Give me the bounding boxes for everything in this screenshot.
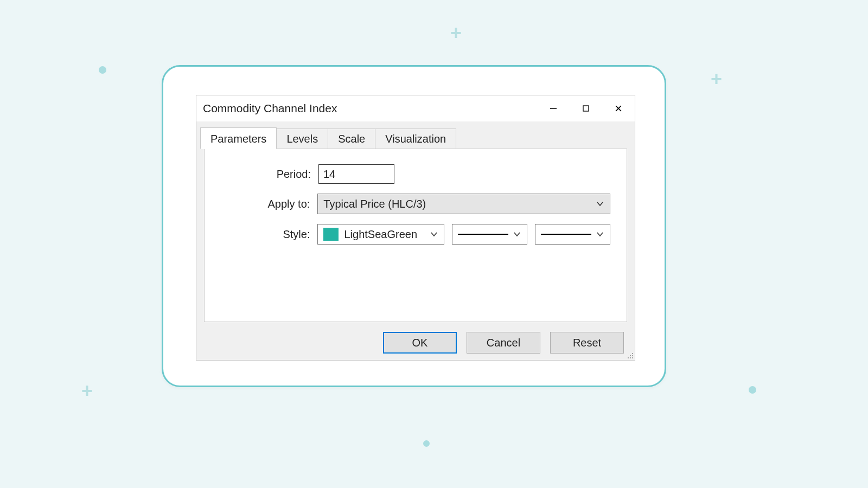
maximize-button[interactable] bbox=[570, 95, 602, 121]
chevron-down-icon bbox=[593, 197, 607, 210]
row-style: Style: LightSeaGreen bbox=[221, 224, 610, 245]
svg-rect-1 bbox=[583, 106, 589, 111]
tabstrip: Parameters Levels Scale Visualization bbox=[200, 127, 631, 149]
line-preview bbox=[541, 234, 591, 235]
reset-button[interactable]: Reset bbox=[550, 332, 624, 354]
decoration-plus: + bbox=[81, 380, 93, 402]
style-linewidth-select[interactable] bbox=[535, 224, 610, 245]
style-color-select[interactable]: LightSeaGreen bbox=[317, 224, 444, 245]
svg-point-6 bbox=[632, 355, 633, 356]
window-title: Commodity Channel Index bbox=[203, 102, 337, 115]
row-apply-to: Apply to: Typical Price (HLC/3) bbox=[221, 194, 610, 214]
chevron-down-icon bbox=[427, 228, 441, 241]
style-label: Style: bbox=[221, 228, 317, 241]
window-controls bbox=[537, 95, 635, 121]
style-linestyle-select[interactable] bbox=[452, 224, 527, 245]
cancel-button[interactable]: Cancel bbox=[467, 332, 540, 354]
close-icon bbox=[614, 104, 623, 113]
svg-point-7 bbox=[628, 357, 629, 358]
decoration-dot bbox=[99, 66, 106, 74]
card-container: Commodity Channel Index Parameters Level… bbox=[162, 65, 666, 387]
line-preview bbox=[458, 234, 508, 235]
chevron-down-icon bbox=[510, 228, 524, 241]
resize-grip[interactable] bbox=[625, 350, 634, 359]
style-color-value: LightSeaGreen bbox=[344, 228, 417, 241]
period-input[interactable] bbox=[318, 164, 394, 184]
minimize-icon bbox=[549, 104, 558, 113]
close-button[interactable] bbox=[602, 95, 635, 121]
tabpanel-parameters: Period: Apply to: Typical Price (HLC/3) … bbox=[204, 149, 627, 322]
svg-point-4 bbox=[632, 353, 633, 354]
row-period: Period: bbox=[221, 164, 610, 184]
svg-point-9 bbox=[632, 357, 633, 358]
dialog-footer: OK Cancel Reset bbox=[196, 325, 635, 360]
apply-to-value: Typical Price (HLC/3) bbox=[323, 198, 426, 210]
maximize-icon bbox=[582, 104, 590, 113]
decoration-dot bbox=[749, 386, 756, 394]
decoration-plus: + bbox=[450, 22, 462, 44]
svg-point-5 bbox=[630, 355, 631, 356]
tabstrip-container: Parameters Levels Scale Visualization Pe… bbox=[196, 121, 635, 322]
minimize-button[interactable] bbox=[537, 95, 570, 121]
color-swatch bbox=[323, 228, 339, 241]
period-label: Period: bbox=[221, 168, 318, 181]
tab-levels[interactable]: Levels bbox=[277, 129, 328, 149]
ok-button[interactable]: OK bbox=[383, 332, 457, 354]
tab-scale[interactable]: Scale bbox=[328, 129, 375, 149]
tab-parameters[interactable]: Parameters bbox=[200, 127, 277, 149]
chevron-down-icon bbox=[593, 228, 607, 241]
titlebar: Commodity Channel Index bbox=[196, 95, 635, 121]
apply-to-label: Apply to: bbox=[221, 198, 317, 210]
tab-visualization[interactable]: Visualization bbox=[375, 129, 456, 149]
apply-to-select[interactable]: Typical Price (HLC/3) bbox=[317, 194, 610, 214]
decoration-plus: + bbox=[711, 68, 722, 91]
dialog-window: Commodity Channel Index Parameters Level… bbox=[196, 95, 635, 361]
decoration-dot bbox=[423, 440, 430, 447]
svg-point-8 bbox=[630, 357, 631, 358]
